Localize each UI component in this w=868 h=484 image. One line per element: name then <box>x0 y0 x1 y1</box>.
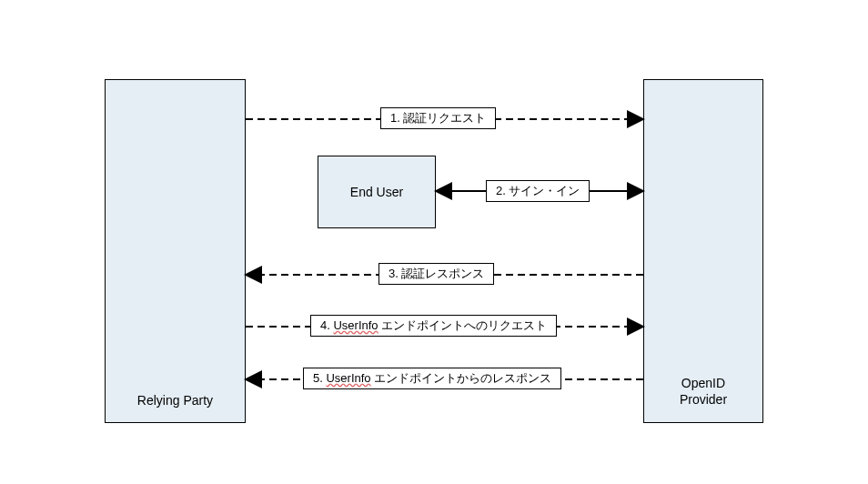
openid-provider-label: OpenID Provider <box>680 376 727 408</box>
label-m1: 1. 認証リクエスト <box>380 107 496 129</box>
diagram-canvas: Relying Party OpenID Provider End User 1… <box>0 0 868 484</box>
label-m4: 4. UserInfo エンドポイントへのリクエスト <box>310 315 557 337</box>
label-m3: 3. 認証レスポンス <box>378 263 494 285</box>
relying-party-node: Relying Party <box>105 79 246 423</box>
label-m2: 2. サイン・イン <box>486 180 590 202</box>
label-m5: 5. UserInfo エンドポイントからのレスポンス <box>303 368 561 389</box>
end-user-node: End User <box>318 156 436 228</box>
openid-provider-node: OpenID Provider <box>643 79 763 423</box>
end-user-label: End User <box>350 185 403 199</box>
relying-party-label: Relying Party <box>137 393 213 408</box>
